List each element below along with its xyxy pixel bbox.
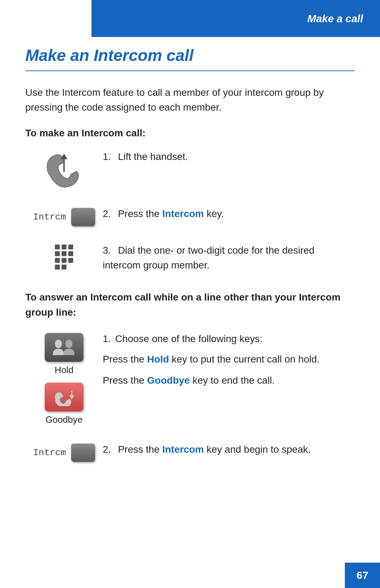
main-content: Make an Intercom call Use the Intercom f… [0,0,380,514]
intercom-label2: Intrcm [33,447,66,458]
svg-point-3 [65,340,72,348]
goodbye-key-wrapper: Goodbye [45,383,83,425]
goodbye-key-button [45,383,83,411]
step2-row: Intrcm 2. Press the Intercom key. [25,206,355,226]
header-bar: Make a call [91,0,380,37]
svg-point-2 [55,340,62,348]
hold-key-icon [50,338,78,357]
intercom-key-group2: Intrcm [33,444,95,462]
answer-step1-row: Hold Goodbye 1. Choose o [25,332,355,425]
hold-instruction: Press the Hold key to put the current ca… [103,352,355,367]
goodbye-label: Goodbye [45,414,83,425]
intro-paragraph: Use the Intercom feature to call a membe… [25,85,355,115]
step3-text: 3. Dial the one- or two-digit code for t… [103,243,355,273]
intercom-label: Intrcm [33,212,66,222]
intercom-key-group: Intrcm [33,208,95,226]
page-title: Make an Intercom call [25,46,355,71]
step2-icon-col: Intrcm [25,206,103,226]
header-title: Make a call [308,13,363,25]
hold-label: Hold [55,365,73,376]
goodbye-key-icon [50,388,78,406]
step2-text: 2. Press the Intercom key. [103,206,355,221]
goodbye-instruction: Press the Goodbye key to end the call. [103,373,355,388]
handset-icon [39,151,89,190]
step3-icon-col [25,243,103,270]
section1-heading: To make an Intercom call: [25,128,355,139]
hold-key-button [45,333,83,362]
page-number-box: 67 [345,563,380,588]
step1-text: 1. Lift the handset. [103,149,355,164]
step1-icon-col [25,149,103,190]
sub-bullets: Press the Hold key to put the current ca… [103,352,355,388]
answer-step2-text: 2. Press the Intercom key and begin to s… [103,442,355,457]
intercom-key-button2 [71,444,95,462]
intercom-key-button [71,208,95,226]
section2-heading: To answer an Intercom call while on a li… [25,290,355,320]
step1-row: 1. Lift the handset. [25,149,355,190]
step3-row: 3. Dial the one- or two-digit code for t… [25,243,355,273]
answer-step1-text: 1. Choose one of the following keys: Pre… [103,332,355,394]
hold-key-wrapper: Hold [45,333,83,376]
keypad-icon [55,245,73,270]
answer-step2-icon-col: Intrcm [25,442,103,462]
page-number: 67 [356,569,368,581]
keys-column: Hold Goodbye [25,332,103,425]
answer-step2-row: Intrcm 2. Press the Intercom key and beg… [25,442,355,462]
